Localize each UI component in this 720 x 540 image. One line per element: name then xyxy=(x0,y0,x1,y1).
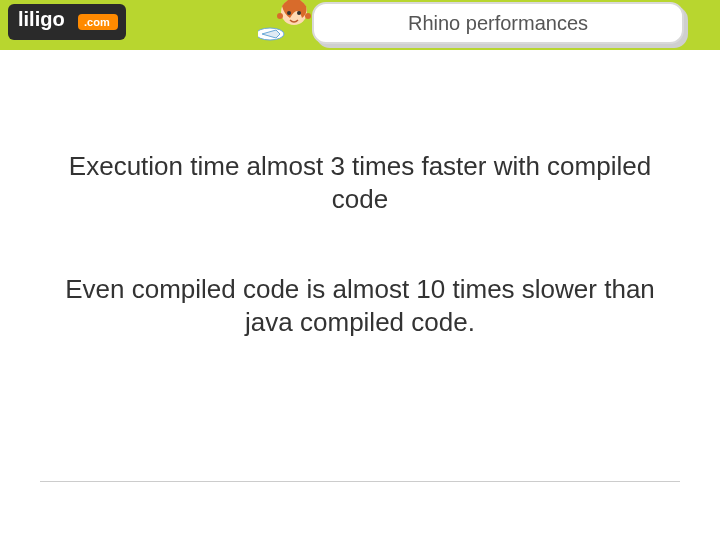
logo-text-main: liligo xyxy=(18,8,65,30)
mascot-illustration xyxy=(258,0,314,50)
header-band: liligo .com Rhino performances xyxy=(0,0,720,50)
footer-divider xyxy=(40,481,680,482)
logo-text-sub: .com xyxy=(84,16,110,28)
slide-body: Execution time almost 3 times faster wit… xyxy=(0,150,720,338)
svg-point-5 xyxy=(297,11,301,15)
body-paragraph-2: Even compiled code is almost 10 times sl… xyxy=(60,273,660,338)
slide-title-pill: Rhino performances xyxy=(312,2,684,44)
svg-point-7 xyxy=(305,13,311,19)
svg-point-4 xyxy=(287,11,291,15)
svg-point-6 xyxy=(277,13,283,19)
body-paragraph-1: Execution time almost 3 times faster wit… xyxy=(60,150,660,215)
slide-title: Rhino performances xyxy=(408,12,588,35)
brand-logo: liligo .com xyxy=(8,4,126,40)
